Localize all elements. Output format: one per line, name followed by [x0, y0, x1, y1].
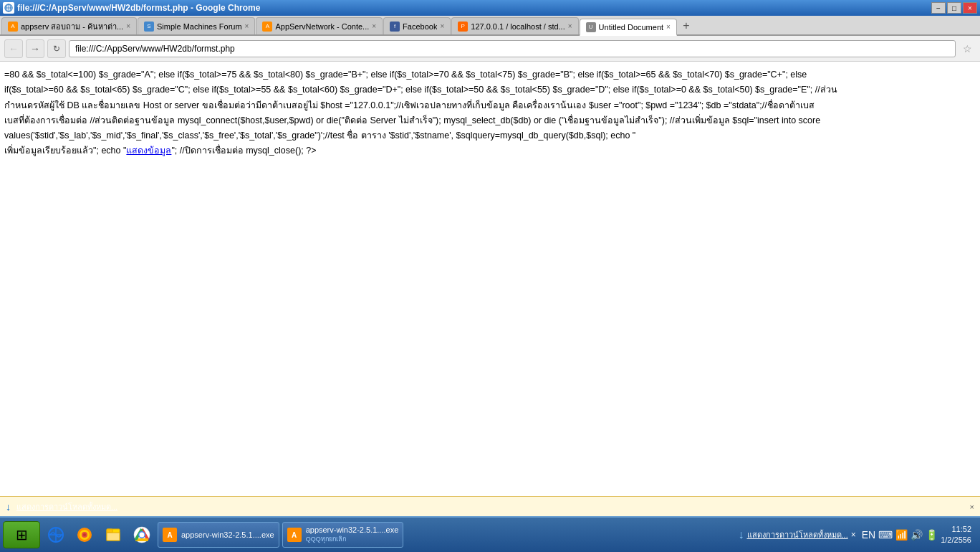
- tab-favicon-2: S: [144, 22, 154, 32]
- tab-label-3: AppServNetwork - Conte...: [275, 22, 369, 31]
- title-bar-left: file:///C:/AppServ/www/HW2db/formst.php …: [3, 2, 260, 14]
- tab-favicon-5: P: [458, 22, 468, 32]
- download-close[interactable]: ×: [970, 503, 974, 511]
- tab-favicon-1: A: [8, 22, 18, 32]
- tray-volume-icon[interactable]: 🔊: [911, 529, 923, 541]
- taskbar: ⊞: [0, 516, 980, 552]
- tab-close-2[interactable]: ×: [245, 22, 249, 30]
- download-icon: ↓: [6, 501, 11, 513]
- tab-close-3[interactable]: ×: [372, 22, 376, 30]
- url-input[interactable]: [69, 40, 956, 57]
- tray-battery-icon[interactable]: 🔋: [926, 529, 938, 541]
- page-content: =80 && $s_total<=100) $s_grade="A"; else…: [0, 62, 980, 496]
- download-link[interactable]: แสดงการดาวน์โหลดทั้งหมด...: [16, 500, 117, 513]
- taskbar-item-sublabel-2: QQQทุกยกเลิก: [306, 534, 399, 544]
- taskbar-item-1[interactable]: A appserv-win32-2.5.1....exe: [158, 522, 279, 548]
- tray-lang[interactable]: EN: [862, 529, 875, 541]
- svg-point-18: [140, 533, 145, 538]
- tab-close-5[interactable]: ×: [568, 22, 572, 30]
- taskbar-item-2[interactable]: A appserv-win32-2.5.1....exe QQQทุกยกเลิ…: [282, 522, 404, 548]
- taskbar-item-icon-1: A: [163, 528, 177, 542]
- start-icon: ⊞: [16, 526, 28, 543]
- maximize-button[interactable]: □: [947, 2, 961, 14]
- tab-close-4[interactable]: ×: [440, 22, 444, 30]
- taskbar-right: ↓ แสดงการดาวน์โหลดทั้งหมด... × EN ⌨ 📶 🔊 …: [733, 524, 977, 546]
- taskbar-ie-icon[interactable]: [43, 522, 69, 548]
- tab-label-5: 127.0.0.1 / localhost / std...: [471, 22, 565, 31]
- forward-button[interactable]: →: [26, 39, 44, 58]
- title-bar: file:///C:/AppServ/www/HW2db/formst.php …: [0, 0, 980, 16]
- bookmark-icon[interactable]: ☆: [959, 40, 976, 57]
- taskbar-item-label-2: appserv-win32-2.5.1....exe: [306, 525, 399, 534]
- taskbar-download-text[interactable]: แสดงการดาวน์โหลดทั้งหมด...: [747, 528, 848, 541]
- tab-label-6: Untitled Document: [599, 23, 664, 32]
- taskbar-firefox-icon[interactable]: [72, 522, 97, 548]
- tab-label-2: Simple Machines Forum: [157, 22, 242, 31]
- tab-untitled[interactable]: U Untitled Document ×: [580, 19, 677, 36]
- show-data-link[interactable]: แสดงข้อมูล: [126, 146, 171, 156]
- close-button[interactable]: ×: [963, 2, 977, 14]
- tab-smf[interactable]: S Simple Machines Forum ×: [138, 17, 255, 34]
- code-line5: values('$stid','$s_lab','$s_mid','$s_fin…: [4, 130, 635, 141]
- taskbar-item-icon-2: A: [287, 528, 302, 542]
- code-line3: กำหนดรหัสผู้ใช้ DB และชื่อมายเลข Host or…: [4, 100, 815, 110]
- taskbar-item-label-1: appserv-win32-2.5.1....exe: [181, 530, 274, 539]
- svg-rect-13: [107, 529, 112, 533]
- tab-label-1: appserv สอบถาม - ค้นหาต่า...: [21, 20, 123, 33]
- tab-label-4: Facebook: [403, 22, 437, 31]
- back-button[interactable]: ←: [4, 39, 23, 58]
- address-bar: ← → ↻ ☆: [0, 36, 980, 62]
- code-line1: =80 && $s_total<=100) $s_grade="A"; else…: [4, 70, 807, 80]
- code-line7: "; //ปิดการเชื่อมต่อ mysql_close(); ?>: [171, 146, 316, 156]
- tray-keyboard-icon[interactable]: ⌨: [878, 529, 893, 541]
- taskbar-chrome-icon[interactable]: [129, 522, 155, 548]
- start-button[interactable]: ⊞: [3, 521, 40, 548]
- tab-close-6[interactable]: ×: [666, 23, 671, 31]
- tab-favicon-3: A: [262, 22, 272, 32]
- tab-facebook[interactable]: f Facebook ×: [383, 17, 451, 34]
- download-notification-bar: ↓ แสดงการดาวน์โหลดทั้งหมด... ×: [0, 496, 980, 516]
- browser-icon: [3, 2, 14, 14]
- code-line2: if($s_total>=60 && $s_total<65) $s_grade…: [4, 85, 837, 95]
- browser-window: file:///C:/AppServ/www/HW2db/formst.php …: [0, 0, 980, 552]
- svg-point-11: [83, 533, 86, 536]
- title-bar-text: file:///C:/AppServ/www/HW2db/formst.php …: [17, 3, 260, 13]
- taskbar-explorer-icon[interactable]: [100, 522, 126, 548]
- tab-favicon-6: U: [586, 22, 596, 32]
- refresh-button[interactable]: ↻: [47, 39, 66, 58]
- tab-favicon-4: f: [390, 22, 400, 32]
- tab-localhost[interactable]: P 127.0.0.1 / localhost / std... ×: [451, 17, 578, 34]
- title-bar-controls: − □ ×: [931, 2, 977, 14]
- clock-date: 1/2/2556: [941, 535, 971, 546]
- clock-time: 11:52: [941, 524, 971, 535]
- tab-appserv[interactable]: A appserv สอบถาม - ค้นหาต่า... ×: [1, 17, 137, 34]
- tray-network-icon[interactable]: 📶: [895, 529, 908, 541]
- new-tab-button[interactable]: +: [678, 17, 695, 34]
- clock[interactable]: 11:52 1/2/2556: [941, 524, 971, 546]
- taskbar-apps: A appserv-win32-2.5.1....exe A appserv-w…: [43, 522, 733, 548]
- taskbar-download: ↓ แสดงการดาวน์โหลดทั้งหมด... ×: [739, 528, 856, 541]
- svg-rect-14: [107, 533, 120, 541]
- tab-appservnetwork[interactable]: A AppServNetwork - Conte... ×: [256, 17, 383, 34]
- code-line4: เบสที่ต้องการเชื่อมต่อ //ส่วนติดต่อฐานข้…: [4, 115, 820, 125]
- taskbar-download-close[interactable]: ×: [851, 530, 856, 540]
- code-line6: เพิ่มข้อมูลเรียบร้อยแล้ว"; echo ": [4, 146, 126, 156]
- minimize-button[interactable]: −: [931, 2, 946, 14]
- tab-bar: A appserv สอบถาม - ค้นหาต่า... × S Simpl…: [0, 16, 980, 36]
- tab-close-1[interactable]: ×: [126, 22, 130, 30]
- taskbar-download-icon: ↓: [739, 528, 744, 541]
- system-tray: EN ⌨ 📶 🔊 🔋 11:52 1/2/2556: [862, 524, 971, 546]
